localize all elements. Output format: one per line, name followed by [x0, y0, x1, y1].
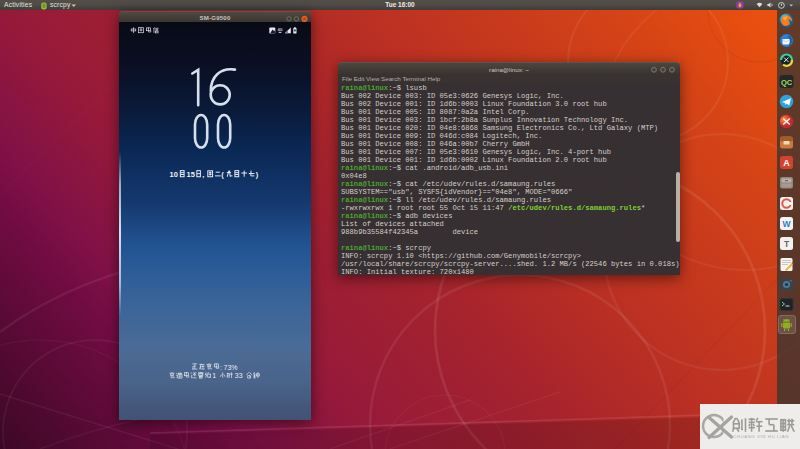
- svg-text:,: ,: [202, 170, 204, 179]
- svg-text:15: 15: [187, 170, 195, 179]
- svg-text:): ): [256, 170, 259, 179]
- svg-text:1: 1: [212, 372, 216, 379]
- svg-text:33: 33: [235, 372, 243, 379]
- svg-text:73%: 73%: [224, 364, 238, 371]
- svg-text:10: 10: [170, 170, 178, 179]
- svg-text:4G: 4G: [278, 28, 283, 32]
- svg-text:(: (: [221, 170, 224, 179]
- svg-text::: :: [220, 364, 222, 371]
